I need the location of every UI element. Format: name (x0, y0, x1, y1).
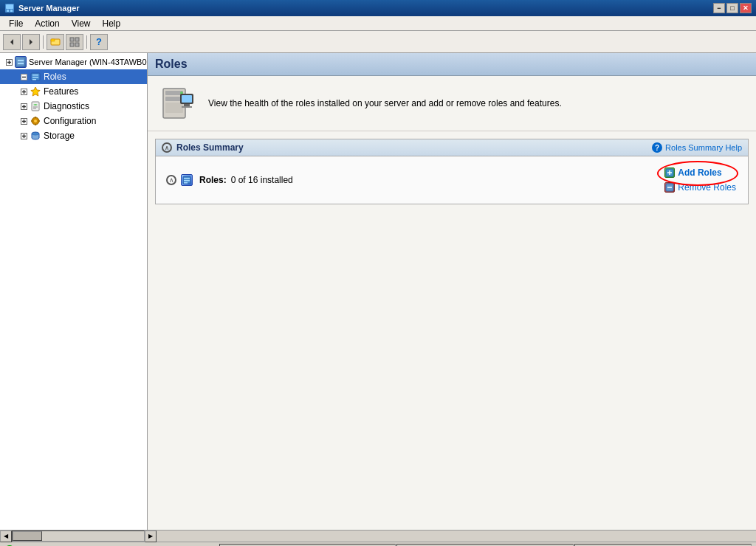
svg-marker-4 (10, 39, 13, 45)
add-roles-label: Add Roles (678, 167, 721, 178)
scroll-right-button[interactable]: ▶ (145, 531, 157, 542)
main-container: Server Manager (WIN-43TAWB0XC) Roles (0, 53, 756, 530)
content-panel: Roles View the (148, 53, 756, 530)
up-button[interactable] (47, 34, 64, 50)
close-button[interactable]: ✕ (740, 3, 752, 13)
svg-rect-59 (184, 180, 190, 182)
svg-rect-50 (165, 103, 183, 113)
roles-expander[interactable] (18, 71, 30, 83)
svg-rect-54 (182, 95, 192, 103)
tree-item-storage[interactable]: Storage (0, 128, 147, 143)
svg-rect-16 (18, 60, 24, 61)
section-title: Roles Summary (176, 142, 244, 153)
svg-rect-17 (18, 63, 24, 64)
svg-marker-5 (30, 39, 32, 45)
diagnostics-expander[interactable] (18, 100, 30, 112)
forward-button[interactable] (22, 34, 40, 50)
configuration-icon (30, 115, 41, 127)
help-toolbar-button[interactable]: ? (90, 34, 108, 50)
roles-summary-help-link[interactable]: ? Roles Summary Help (652, 142, 742, 153)
remove-roles-icon (664, 182, 675, 193)
window-controls: − □ ✕ (713, 3, 752, 13)
roles-description: View the health of the roles installed o… (208, 98, 562, 108)
configuration-label: Configuration (44, 116, 96, 126)
toolbar-separator2 (86, 35, 87, 49)
features-expander[interactable] (18, 86, 30, 97)
roles-info: ∧ Roles: 0 of 16 installed (166, 174, 293, 186)
status-section-1 (219, 544, 396, 547)
svg-rect-9 (75, 38, 79, 41)
add-roles-link[interactable]: Add Roles (663, 167, 723, 179)
toolbar: ? (0, 31, 756, 53)
roles-label-text: Roles: (199, 175, 227, 185)
svg-rect-7 (51, 39, 55, 41)
svg-rect-21 (32, 75, 38, 76)
svg-rect-60 (184, 182, 188, 184)
diagnostics-label: Diagnostics (44, 101, 89, 111)
svg-rect-10 (70, 43, 74, 46)
collapse-arrow-icon[interactable]: ∧ (162, 142, 172, 153)
remove-roles-label: Remove Roles (678, 182, 736, 193)
svg-point-38 (34, 120, 37, 122)
tree-root[interactable]: Server Manager (WIN-43TAWB0XC) (0, 55, 147, 69)
tree-root-label: Server Manager (WIN-43TAWB0XC) (29, 58, 148, 66)
back-button[interactable] (3, 34, 21, 50)
roles-actions: Add Roles Remove Roles (663, 167, 738, 193)
tree-item-diagnostics[interactable]: Diagnostics (0, 99, 147, 114)
roles-summary-section: ∧ Roles Summary ? Roles Summary Help ∧ (155, 139, 749, 204)
tree-item-roles[interactable]: Roles (0, 69, 147, 84)
minimize-button[interactable]: − (713, 3, 725, 13)
storage-icon (30, 130, 41, 142)
svg-rect-1 (6, 4, 13, 9)
status-section-2 (396, 544, 574, 547)
roles-expand-icon[interactable]: ∧ (166, 175, 176, 185)
features-label: Features (44, 86, 78, 97)
content-title: Roles (155, 58, 749, 71)
storage-expander[interactable] (18, 130, 30, 142)
help-link-label[interactable]: Roles Summary Help (665, 143, 742, 152)
menu-bar: File Action View Help (0, 16, 756, 31)
window-title: Server Manager (18, 4, 80, 13)
section-header-left: ∧ Roles Summary (162, 142, 244, 153)
svg-rect-15 (17, 58, 24, 66)
menu-help[interactable]: Help (97, 17, 127, 30)
menu-file[interactable]: File (3, 17, 29, 30)
svg-marker-27 (31, 87, 40, 96)
svg-rect-8 (70, 38, 74, 41)
roles-tree-icon (181, 174, 193, 186)
tree-item-features[interactable]: Features (0, 84, 147, 99)
diagnostics-icon (30, 100, 41, 112)
features-icon (30, 86, 41, 97)
app-icon (4, 3, 15, 13)
menu-action[interactable]: Action (29, 17, 65, 30)
tree-root-expander[interactable] (3, 56, 15, 68)
add-roles-icon (664, 167, 675, 178)
tree-item-configuration[interactable]: Configuration (0, 114, 147, 128)
roles-count: 0 of 16 installed (231, 175, 293, 185)
roles-row: ∧ Roles: 0 of 16 installed (163, 162, 740, 198)
svg-rect-31 (32, 102, 39, 111)
status-bar: Last Refresh: 2008-03-24 08:49:14 Config… (0, 542, 756, 546)
view-button[interactable] (66, 34, 83, 50)
content-header: Roles (148, 53, 756, 76)
remove-roles-link[interactable]: Remove Roles (663, 182, 738, 193)
roles-icon (30, 71, 41, 83)
svg-rect-22 (32, 77, 38, 78)
svg-rect-58 (184, 178, 190, 179)
menu-view[interactable]: View (66, 17, 97, 30)
add-roles-container: Add Roles (663, 167, 723, 179)
toolbar-separator (43, 35, 44, 49)
server-image (159, 85, 196, 122)
status-section-3 (574, 544, 752, 547)
roles-intro: View the health of the roles installed o… (148, 76, 756, 131)
scroll-left-button[interactable]: ◀ (0, 531, 12, 542)
svg-rect-23 (32, 79, 36, 80)
tree-panel: Server Manager (WIN-43TAWB0XC) Roles (0, 53, 148, 530)
section-header: ∧ Roles Summary ? Roles Summary Help (156, 139, 748, 156)
svg-rect-56 (182, 106, 192, 108)
configuration-expander[interactable] (18, 115, 30, 127)
horizontal-scrollbar: ◀ ▶ (0, 530, 756, 542)
restore-button[interactable]: □ (726, 3, 738, 13)
title-bar: Server Manager − □ ✕ (0, 0, 756, 16)
svg-rect-55 (184, 104, 190, 106)
